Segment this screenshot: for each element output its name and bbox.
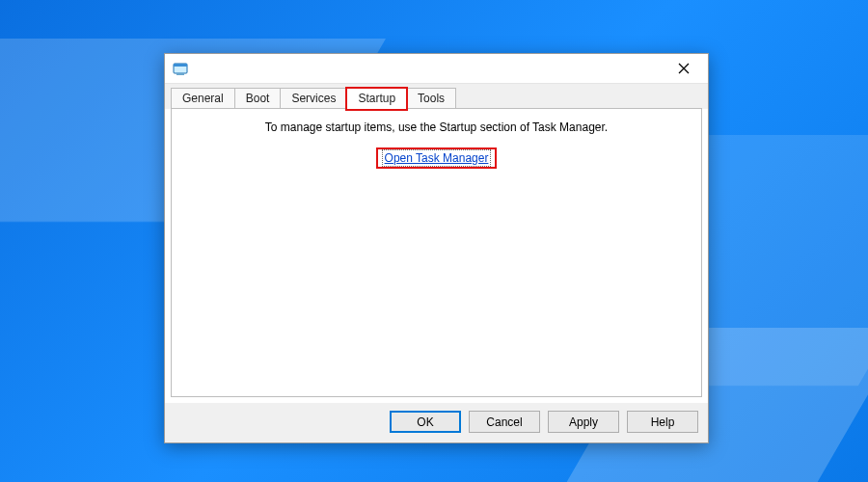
desktop-wallpaper: General Boot Services Startup Tools To m… xyxy=(0,0,868,482)
msconfig-window: General Boot Services Startup Tools To m… xyxy=(164,53,709,443)
tab-content-area: To manage startup items, use the Startup… xyxy=(171,108,702,397)
ok-button[interactable]: OK xyxy=(390,411,461,433)
cancel-button[interactable]: Cancel xyxy=(469,411,540,433)
dialog-button-row: OK Cancel Apply Help xyxy=(165,403,708,442)
close-button[interactable] xyxy=(662,54,706,83)
svg-rect-1 xyxy=(174,64,187,67)
open-task-manager-link[interactable]: Open Task Manager xyxy=(382,149,492,167)
msconfig-icon xyxy=(173,61,188,76)
tab-general[interactable]: General xyxy=(171,88,235,109)
highlight-box: Open Task Manager xyxy=(376,147,498,169)
apply-button[interactable]: Apply xyxy=(548,411,619,433)
tabstrip: General Boot Services Startup Tools xyxy=(165,83,708,109)
svg-rect-2 xyxy=(176,73,184,75)
titlebar xyxy=(165,54,708,83)
close-icon xyxy=(678,63,690,74)
tab-tools[interactable]: Tools xyxy=(406,88,456,109)
tab-startup[interactable]: Startup xyxy=(346,88,407,109)
help-button[interactable]: Help xyxy=(627,411,698,433)
startup-instruction-text: To manage startup items, use the Startup… xyxy=(265,120,608,134)
tab-services[interactable]: Services xyxy=(280,88,347,109)
tab-boot[interactable]: Boot xyxy=(234,88,282,109)
